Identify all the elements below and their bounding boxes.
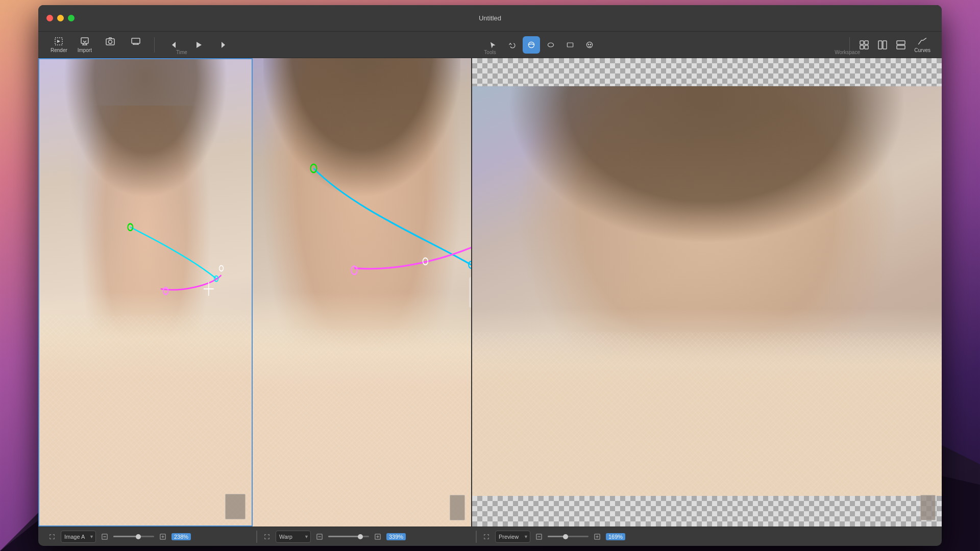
traffic-lights: [46, 15, 75, 21]
main-window: Untitled Render Import: [38, 5, 942, 546]
panel3-fit-icon[interactable]: [481, 531, 492, 542]
svg-rect-13: [865, 41, 868, 44]
titlebar: Untitled: [38, 5, 942, 32]
panel3-dropdown-wrapper: Preview Image A Warp ▼: [495, 531, 530, 543]
svg-point-10: [588, 44, 589, 45]
zoom-in-icon-2: [375, 534, 381, 540]
panel2-zoom-out-icon[interactable]: [314, 531, 325, 542]
panel1-lace: [39, 316, 252, 525]
select-icon: [488, 41, 497, 49]
panel3-slider-fill: [548, 536, 565, 537]
camera-button[interactable]: ​: [98, 34, 122, 55]
maximize-button[interactable]: [68, 15, 75, 21]
panel3-zoom-slider[interactable]: [548, 533, 589, 540]
panel-preview[interactable]: [472, 58, 942, 527]
workspace-icon-1: [859, 40, 869, 50]
play-button[interactable]: [186, 38, 211, 52]
panel3-zoom-out-icon[interactable]: [533, 531, 545, 542]
panel1-thumbnail: [225, 494, 246, 519]
panel3-zoom-value[interactable]: 169%: [606, 533, 625, 540]
panel2-hair: [263, 58, 460, 245]
panel1-slider-thumb[interactable]: [136, 534, 141, 539]
fit-icon-1: [49, 534, 55, 540]
panel2-slider-fill: [328, 536, 360, 537]
minimize-button[interactable]: [57, 15, 64, 21]
workspace-icon-3: [896, 40, 906, 50]
time-label: Time: [176, 49, 187, 55]
toolbar-left: Render Import ​: [46, 34, 148, 55]
panel2-dropdown[interactable]: Warp Image A Preview: [276, 531, 311, 543]
zoom-out-icon-3: [536, 534, 542, 540]
toolbar: Render Import ​: [38, 32, 942, 58]
panel1-dropdown-wrapper: Image A Image B ▼: [61, 531, 96, 543]
toolbar-center: [238, 36, 844, 54]
skip-forward-button[interactable]: [212, 38, 236, 52]
panel2-zoom-in-icon[interactable]: [372, 531, 383, 542]
skip-back-icon: [168, 40, 178, 50]
rotate-tool-button[interactable]: [503, 36, 521, 54]
import-label: Import: [78, 47, 92, 53]
curves-label: Curves: [914, 47, 930, 53]
content-area: [38, 58, 942, 527]
rect-icon: [566, 41, 574, 49]
panel1-zoom-slider[interactable]: [113, 533, 154, 540]
panel2-zoom-value[interactable]: 339%: [386, 533, 406, 540]
screen-icon: [131, 36, 141, 46]
panel2-zoom-slider[interactable]: [328, 533, 369, 540]
panel3-slider-thumb[interactable]: [563, 534, 568, 539]
panel1-slider-fill: [113, 536, 138, 537]
panel1-dropdown[interactable]: Image A Image B: [61, 531, 96, 543]
close-button[interactable]: [46, 15, 53, 21]
ellipse-tool-button[interactable]: [542, 36, 559, 54]
panel-warp[interactable]: [253, 58, 472, 527]
rect-tool-button[interactable]: [561, 36, 579, 54]
panel3-zoom-in-icon[interactable]: [592, 531, 603, 542]
zoom-in-icon-1: [160, 534, 166, 540]
panel2-fit-icon[interactable]: [261, 531, 273, 542]
warp-tool-button[interactable]: [523, 36, 540, 54]
render-label: Render: [51, 47, 67, 53]
workspace-btn-2[interactable]: [874, 38, 891, 52]
warp-icon: [527, 41, 535, 49]
import-button[interactable]: Import: [72, 34, 97, 55]
panel2-dropdown-wrapper: Warp Image A Preview ▼: [276, 531, 311, 543]
curves-btn[interactable]: Curves: [911, 34, 934, 55]
panel2-bottom: Warp Image A Preview ▼: [257, 531, 476, 543]
svg-rect-19: [897, 45, 905, 49]
panel1-fit-icon[interactable]: [46, 531, 58, 542]
render-button[interactable]: Render: [46, 34, 71, 55]
zoom-out-icon-1: [102, 534, 108, 540]
panel1-zoom-out-icon[interactable]: [99, 531, 110, 542]
panel2-slider-thumb[interactable]: [358, 534, 363, 539]
svg-rect-14: [860, 45, 864, 49]
svg-point-4: [108, 40, 112, 44]
panel1-zoom-value[interactable]: 238%: [172, 533, 191, 540]
fit-icon-3: [483, 534, 489, 540]
panel1-zoom-in-icon[interactable]: [157, 531, 168, 542]
play-icon: [193, 40, 204, 50]
svg-point-7: [548, 43, 553, 47]
bottom-bar: Image A Image B ▼: [38, 527, 942, 546]
tools-label: Tools: [484, 49, 496, 55]
panel2-thumbnail: [450, 495, 465, 520]
svg-rect-5: [132, 38, 140, 43]
panel3-bottom: Preview Image A Warp ▼: [476, 531, 938, 543]
face-tool-button[interactable]: [581, 36, 598, 54]
workspace-btn-3[interactable]: [893, 38, 909, 52]
svg-rect-18: [897, 41, 905, 44]
screen-capture-button[interactable]: ​: [124, 34, 148, 55]
panel3-checkerboard-bottom: [472, 496, 942, 527]
svg-point-6: [528, 42, 534, 47]
panel2-lace: [253, 330, 471, 527]
panel-image-a[interactable]: [38, 58, 253, 527]
panel3-dropdown[interactable]: Preview Image A Warp: [495, 531, 530, 543]
window-title: Untitled: [479, 14, 501, 22]
panel3-lace: [472, 332, 942, 496]
zoom-in-icon-3: [594, 534, 600, 540]
panel3-thumbnail: [920, 495, 936, 520]
fit-icon-2: [264, 534, 270, 540]
workspace-icon-2: [877, 40, 888, 50]
render-icon: [54, 36, 64, 46]
time-controls: [161, 38, 236, 52]
svg-rect-8: [567, 43, 573, 47]
